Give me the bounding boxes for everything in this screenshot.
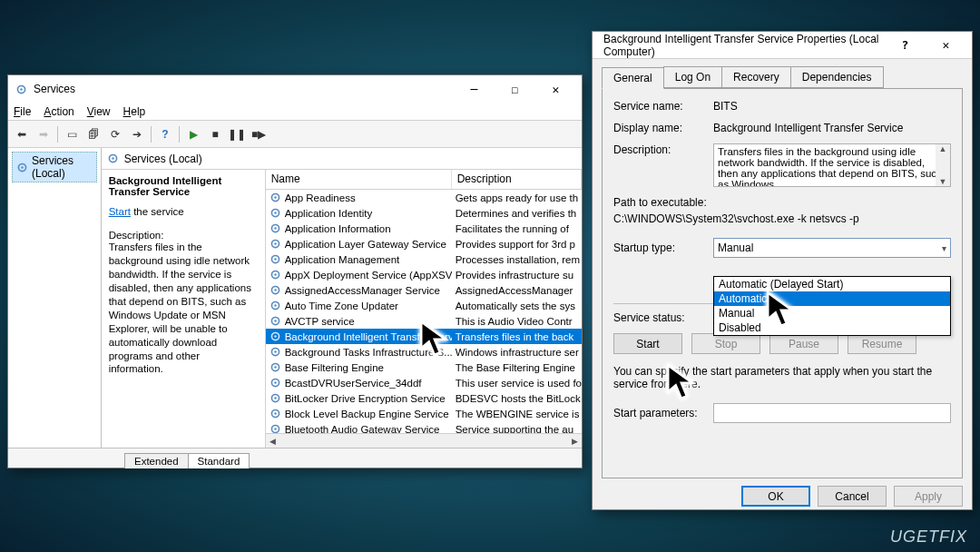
service-row[interactable]: AVCTP serviceThis is Audio Video Contr (266, 313, 582, 329)
svg-point-25 (274, 335, 276, 337)
svg-point-27 (274, 350, 276, 352)
services-grid: Name Description App ReadinessGets apps … (265, 170, 582, 448)
general-panel: Service name: BITS Display name: Backgro… (602, 88, 963, 478)
horizontal-scrollbar[interactable]: ◀▶ (266, 433, 582, 448)
svg-point-19 (274, 289, 276, 291)
menu-help[interactable]: Help (123, 105, 146, 118)
svg-point-3 (21, 166, 23, 168)
service-row[interactable]: BcastDVRUserService_34ddfThis user servi… (266, 375, 582, 390)
minimize-button[interactable]: ─ (454, 76, 495, 102)
maximize-button[interactable]: ☐ (495, 76, 535, 102)
svg-point-37 (274, 428, 276, 429)
service-row[interactable]: Background Intelligent Transfer ServiceT… (266, 329, 582, 344)
stop-icon[interactable]: ■ (205, 124, 225, 144)
label-start-params: Start parameters: (613, 407, 713, 419)
svg-point-33 (274, 397, 276, 399)
tab-extended[interactable]: Extended (124, 453, 189, 468)
tab-general[interactable]: General (602, 67, 664, 89)
services-titlebar[interactable]: Services ─ ☐ ✕ (8, 75, 582, 103)
properties-dialog: Background Intelligent Transfer Service … (592, 31, 973, 510)
menu-action[interactable]: Action (44, 105, 74, 118)
service-row[interactable]: Application Layer Gateway ServiceProvide… (266, 236, 582, 251)
menu-view[interactable]: View (87, 105, 111, 118)
service-row[interactable]: Block Level Backup Engine ServiceThe WBE… (266, 406, 582, 421)
dropdown-option[interactable]: Manual (714, 306, 950, 320)
svg-point-15 (274, 258, 276, 260)
detail-pane: Background Intelligent Transfer Service … (102, 170, 265, 448)
props-tabs: General Log On Recovery Dependencies (593, 59, 972, 88)
column-name[interactable]: Name (266, 170, 452, 189)
startup-type-select[interactable]: Manual ▾ (713, 238, 951, 258)
forward-icon[interactable]: ➡ (34, 124, 54, 144)
play-icon[interactable]: ▶ (183, 124, 203, 144)
desc-scrollbar[interactable]: ▲▼ (936, 144, 950, 186)
watermark: UGETFIX (890, 527, 967, 547)
service-row[interactable]: Application ManagementProcesses installa… (266, 251, 582, 267)
svg-point-21 (274, 304, 276, 306)
dropdown-option[interactable]: Disabled (714, 320, 950, 335)
services-title: Services (34, 83, 454, 95)
apply-button: Apply (894, 486, 963, 507)
service-row[interactable]: App ReadinessGets apps ready for use th (266, 190, 582, 205)
label-display-name: Display name: (613, 122, 713, 134)
menubar: File Action View Help (8, 103, 582, 121)
resume-button: Resume (848, 333, 916, 354)
label-startup-type: Startup type: (613, 242, 713, 254)
refresh-icon[interactable]: ⟳ (105, 124, 125, 144)
service-row[interactable]: AssignedAccessManager ServiceAssignedAcc… (266, 282, 582, 298)
services-window: Services ─ ☐ ✕ File Action View Help ⬅ ➡… (7, 74, 583, 468)
ok-button[interactable]: OK (741, 486, 810, 507)
description-box: Transfers files in the background using … (713, 143, 951, 187)
svg-point-35 (274, 412, 276, 414)
svg-point-1 (20, 88, 22, 90)
pane-header: Services (Local) (102, 148, 582, 170)
view-tabs: Extended Standard (8, 448, 582, 468)
service-row[interactable]: Auto Time Zone UpdaterAutomatically sets… (266, 298, 582, 313)
tree-root[interactable]: Services (Local) (12, 152, 97, 182)
tab-recovery[interactable]: Recovery (721, 66, 791, 88)
start-link[interactable]: Start (109, 206, 131, 217)
svg-point-23 (274, 320, 276, 321)
service-row[interactable]: BitLocker Drive Encryption ServiceBDESVC… (266, 390, 582, 406)
column-description[interactable]: Description (452, 170, 582, 189)
back-icon[interactable]: ⬅ (12, 124, 32, 144)
startup-type-dropdown[interactable]: Automatic (Delayed Start)AutomaticManual… (713, 276, 951, 336)
svg-point-7 (274, 196, 276, 198)
show-hide-icon[interactable]: ▭ (62, 124, 82, 144)
dropdown-option[interactable]: Automatic (Delayed Start) (714, 277, 950, 291)
start-params-input[interactable] (713, 403, 951, 423)
value-service-name: BITS (713, 100, 951, 113)
svg-point-29 (274, 366, 276, 368)
menu-file[interactable]: File (14, 105, 31, 118)
start-button[interactable]: Start (613, 333, 682, 354)
help-button[interactable]: ? (885, 33, 926, 58)
dropdown-option[interactable]: Automatic (714, 291, 950, 306)
selected-service-name: Background Intelligent Transfer Service (109, 175, 256, 197)
props-icon[interactable]: 🗐 (83, 124, 103, 144)
value-path: C:\WINDOWS\System32\svchost.exe -k netsv… (613, 212, 951, 225)
tab-dependencies[interactable]: Dependencies (790, 66, 884, 88)
svg-point-13 (274, 242, 276, 244)
tree-pane: Services (Local) (8, 148, 102, 448)
props-title: Background Intelligent Transfer Service … (598, 33, 885, 58)
pause-button: Pause (769, 333, 838, 354)
svg-point-5 (112, 157, 113, 159)
desc-text: Transfers files in the background using … (109, 241, 256, 376)
services-icon (14, 82, 28, 96)
close-button[interactable]: ✕ (926, 33, 966, 58)
service-row[interactable]: Application IdentityDetermines and verif… (266, 205, 582, 221)
export-icon[interactable]: ➔ (127, 124, 147, 144)
service-row[interactable]: AppX Deployment Service (AppXSVC)Provide… (266, 267, 582, 282)
service-row[interactable]: Application InformationFacilitates the r… (266, 221, 582, 236)
service-row[interactable]: Base Filtering EngineThe Base Filtering … (266, 360, 582, 375)
cancel-button[interactable]: Cancel (818, 486, 887, 507)
close-button[interactable]: ✕ (535, 76, 576, 102)
restart-icon[interactable]: ■▶ (249, 124, 269, 144)
tab-logon[interactable]: Log On (663, 66, 722, 88)
service-row[interactable]: Background Tasks Infrastructure S...Wind… (266, 344, 582, 360)
pause-icon[interactable]: ❚❚ (227, 124, 247, 144)
chevron-down-icon: ▾ (942, 243, 946, 253)
value-display-name: Background Intelligent Transfer Service (713, 122, 951, 134)
help-icon[interactable]: ? (155, 124, 175, 144)
tab-standard[interactable]: Standard (188, 453, 250, 468)
